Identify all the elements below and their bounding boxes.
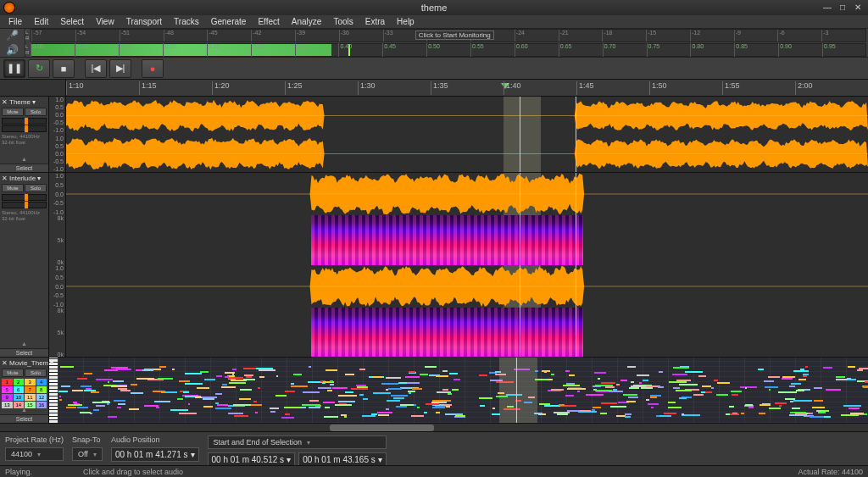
- menubar: File Edit Select View Transport Tracks G…: [0, 15, 868, 29]
- minimize-button[interactable]: —: [822, 3, 832, 13]
- menu-extra[interactable]: Extra: [360, 17, 390, 26]
- stop-button[interactable]: ■: [53, 59, 75, 78]
- menu-tracks[interactable]: Tracks: [169, 17, 204, 26]
- edit-cursor: [576, 97, 576, 172]
- waveform-theme-right: [66, 135, 868, 172]
- playback-meter[interactable]: [31, 43, 866, 57]
- edit-cursor: [576, 173, 576, 357]
- mute-button[interactable]: Mute: [2, 369, 24, 377]
- select-track-button[interactable]: Select: [0, 164, 48, 172]
- spectrogram-interlude-left: [311, 215, 584, 265]
- waveform-interlude-right: [66, 265, 868, 308]
- solo-button[interactable]: Solo: [25, 108, 47, 116]
- track-body-interlude[interactable]: [66, 173, 868, 357]
- speaker-icon[interactable]: 🔊: [6, 44, 19, 56]
- gain-slider[interactable]: [2, 194, 47, 201]
- vertical-scale[interactable]: 1.00.50.0-0.5-1.08k5k0k1.00.50.0-0.5-1.0…: [49, 173, 66, 357]
- track-body-theme[interactable]: [66, 97, 868, 172]
- scrollbar-thumb[interactable]: [330, 424, 434, 431]
- audio-position-label: Audio Position: [111, 435, 199, 444]
- pan-slider[interactable]: [2, 125, 47, 132]
- audio-position-field[interactable]: 00 h 01 m 41.271 s▾: [111, 447, 199, 462]
- track-body-midi[interactable]: [58, 358, 868, 423]
- track-head-midi: ✕Movie_Them▾ Mute Solo 12345678910111213…: [0, 358, 49, 423]
- menu-tools[interactable]: Tools: [328, 17, 358, 26]
- status-hint: Click and drag to select audio: [83, 468, 183, 476]
- select-track-button[interactable]: Select: [0, 348, 48, 357]
- mute-button[interactable]: Mute: [2, 108, 24, 116]
- play-loop-button[interactable]: ↻: [28, 59, 50, 78]
- track-menu-icon[interactable]: ▾: [50, 359, 53, 367]
- project-rate-dropdown[interactable]: 44100: [5, 447, 64, 461]
- tracks-area: ✕Theme▾ Mute Solo Stereo, 44100Hz32-bit …: [0, 97, 868, 423]
- timeline-ruler[interactable]: 1:101:151:201:251:301:351:401:451:501:55…: [0, 80, 868, 97]
- midi-channel-grid[interactable]: 12345678910111213141516: [2, 379, 47, 408]
- menu-file[interactable]: File: [3, 17, 27, 26]
- pause-button[interactable]: ❚❚: [3, 59, 25, 78]
- maximize-button[interactable]: □: [837, 3, 848, 13]
- close-track-icon[interactable]: ✕: [2, 175, 8, 182]
- monitor-message[interactable]: Click to Start Monitoring: [415, 31, 494, 40]
- track-name[interactable]: Theme: [9, 98, 31, 106]
- horizontal-scrollbar[interactable]: [0, 423, 868, 431]
- track-menu-icon[interactable]: ▾: [32, 98, 36, 106]
- collapse-icon[interactable]: ▲: [21, 156, 27, 162]
- vertical-scale[interactable]: 1.00.50.0-0.5-1.01.00.50.0-0.5-1.0: [49, 97, 66, 172]
- menu-transport[interactable]: Transport: [121, 17, 167, 26]
- close-track-icon[interactable]: ✕: [2, 359, 8, 367]
- menu-generate[interactable]: Generate: [206, 17, 252, 26]
- menu-help[interactable]: Help: [392, 17, 420, 26]
- record-button[interactable]: ●: [142, 59, 164, 78]
- track-info: Stereo, 44100Hz32-bit float: [2, 134, 47, 146]
- menu-edit[interactable]: Edit: [29, 17, 53, 26]
- menu-select[interactable]: Select: [55, 17, 89, 26]
- track-info: Stereo, 44100Hz32-bit float: [2, 210, 47, 222]
- waveform-interlude-left: [66, 173, 868, 215]
- track-midi: ✕Movie_Them▾ Mute Solo 12345678910111213…: [0, 358, 868, 423]
- close-track-icon[interactable]: ✕: [2, 98, 8, 106]
- selection-mode-dropdown[interactable]: Start and End of Selection: [208, 435, 387, 449]
- skip-start-button[interactable]: |◀: [85, 59, 107, 78]
- track-menu-icon[interactable]: ▾: [37, 175, 41, 182]
- menu-effect[interactable]: Effect: [253, 17, 284, 26]
- gain-slider[interactable]: [2, 118, 47, 125]
- titlebar: theme — □ ✕: [0, 0, 868, 15]
- collapse-icon[interactable]: ▲: [21, 341, 27, 347]
- select-track-button[interactable]: Select: [0, 414, 48, 423]
- mute-button[interactable]: Mute: [2, 184, 24, 192]
- status-state: Playing.: [5, 468, 32, 476]
- spectrogram-interlude-right: [311, 308, 584, 357]
- menu-view[interactable]: View: [91, 17, 120, 26]
- play-cursor: [520, 97, 520, 172]
- midi-notes: [58, 358, 868, 423]
- project-rate-label: Project Rate (Hz): [5, 435, 64, 444]
- selection-region: [499, 358, 537, 423]
- transport-toolbar: ❚❚ ↻ ■ |◀ ▶| ●: [0, 58, 868, 80]
- solo-button[interactable]: Solo: [25, 369, 47, 377]
- solo-button[interactable]: Solo: [25, 184, 47, 192]
- collapse-icon[interactable]: ▲: [21, 407, 27, 413]
- status-rate: Actual Rate: 44100: [798, 468, 863, 476]
- track-name[interactable]: Movie_Them: [9, 359, 48, 367]
- snap-to-dropdown[interactable]: Off: [72, 447, 103, 461]
- menu-analyze[interactable]: Analyze: [287, 17, 327, 26]
- recording-meter[interactable]: Click to Start Monitoring -57-54-51-48-4…: [31, 29, 866, 42]
- status-bar: Playing. Click and drag to select audio …: [0, 465, 868, 477]
- meter-toolbar: 🎤 LR Click to Start Monitoring -57-54-51…: [0, 29, 868, 58]
- play-cursor: [520, 173, 520, 357]
- track-interlude: ✕Interlude▾ Mute Solo Stereo, 44100Hz32-…: [0, 173, 868, 358]
- pan-slider[interactable]: [2, 202, 47, 208]
- track-head-theme: ✕Theme▾ Mute Solo Stereo, 44100Hz32-bit …: [0, 97, 49, 172]
- play-cursor: [516, 358, 517, 423]
- app-icon: [3, 2, 15, 14]
- track-theme: ✕Theme▾ Mute Solo Stereo, 44100Hz32-bit …: [0, 97, 868, 173]
- piano-scale[interactable]: [49, 358, 58, 423]
- skip-end-button[interactable]: ▶|: [109, 59, 131, 78]
- track-head-interlude: ✕Interlude▾ Mute Solo Stereo, 44100Hz32-…: [0, 173, 49, 357]
- selection-toolbar: Project Rate (Hz) 44100 Snap-To Off Audi…: [0, 431, 868, 465]
- close-window-button[interactable]: ✕: [853, 3, 863, 13]
- window-title: theme: [421, 3, 448, 13]
- snap-to-label: Snap-To: [72, 435, 103, 444]
- mic-icon[interactable]: 🎤: [6, 30, 19, 42]
- track-name[interactable]: Interlude: [9, 175, 36, 182]
